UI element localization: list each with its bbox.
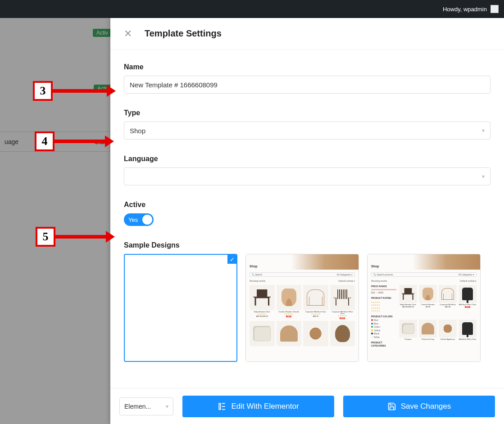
design-preview: Shop 🔍 SearchAll Categories ▾ Showing re… <box>246 254 359 361</box>
design-preview: Shop 🔍 Search productsAll Categories ▾ S… <box>368 254 480 361</box>
close-icon[interactable]: ✕ <box>124 28 132 40</box>
avatar[interactable] <box>490 5 499 13</box>
svg-rect-0 <box>219 403 221 409</box>
editor-select-value: Elemen... <box>124 403 151 410</box>
field-name: Name <box>124 63 490 94</box>
language-select[interactable]: ▾ <box>124 167 490 185</box>
template-settings-panel: ✕ Template Settings Name Type Shop ▾ Lan… <box>110 18 504 424</box>
save-button-label: Save Changes <box>401 402 451 411</box>
name-input[interactable] <box>124 76 490 94</box>
check-icon: ✓ <box>227 255 236 264</box>
edit-with-elementor-button[interactable]: Edit With Elementor <box>182 396 334 417</box>
chevron-down-icon: ▾ <box>482 127 485 134</box>
language-label: Language <box>124 155 490 163</box>
admin-greeting: Howdy, wpadmin <box>443 6 487 13</box>
field-type: Type Shop ▾ <box>124 109 490 140</box>
type-label: Type <box>124 109 490 117</box>
elementor-icon <box>218 402 227 411</box>
edit-button-label: Edit With Elementor <box>231 402 299 411</box>
active-toggle[interactable]: Yes <box>124 213 154 226</box>
chevron-down-icon: ▾ <box>482 173 485 180</box>
chevron-down-icon: ▾ <box>166 403 168 410</box>
design-card-shop-grid[interactable]: Shop 🔍 SearchAll Categories ▾ Showing re… <box>245 254 359 362</box>
editor-select[interactable]: Elemen... ▾ <box>119 397 173 415</box>
field-language: Language ▾ <box>124 155 490 185</box>
design-card-shop-sidebar[interactable]: Shop 🔍 Search productsAll Categories ▾ S… <box>367 254 481 362</box>
panel-footer: Elemen... ▾ Edit With Elementor Save Cha… <box>110 388 504 424</box>
designs-row: ✓ Shop 🔍 SearchAll Categories ▾ Showing … <box>124 254 490 362</box>
field-active: Active Yes <box>124 201 490 226</box>
type-select[interactable]: Shop ▾ <box>124 122 490 140</box>
field-sample-designs: Sample Designs ✓ Shop 🔍 SearchAll Catego… <box>124 241 490 362</box>
design-card-blank[interactable]: ✓ <box>124 254 237 362</box>
panel-header: ✕ Template Settings <box>110 18 504 50</box>
toggle-knob <box>142 215 152 225</box>
type-value: Shop <box>130 127 145 135</box>
admin-bar: Howdy, wpadmin <box>0 0 504 18</box>
panel-body: Name Type Shop ▾ Language ▾ Active Yes <box>110 50 504 388</box>
save-changes-button[interactable]: Save Changes <box>343 396 495 417</box>
panel-title: Template Settings <box>145 28 222 39</box>
name-label: Name <box>124 63 490 71</box>
save-icon <box>387 402 396 411</box>
toggle-label: Yes <box>128 217 138 223</box>
active-label: Active <box>124 201 490 209</box>
designs-label: Sample Designs <box>124 241 490 249</box>
